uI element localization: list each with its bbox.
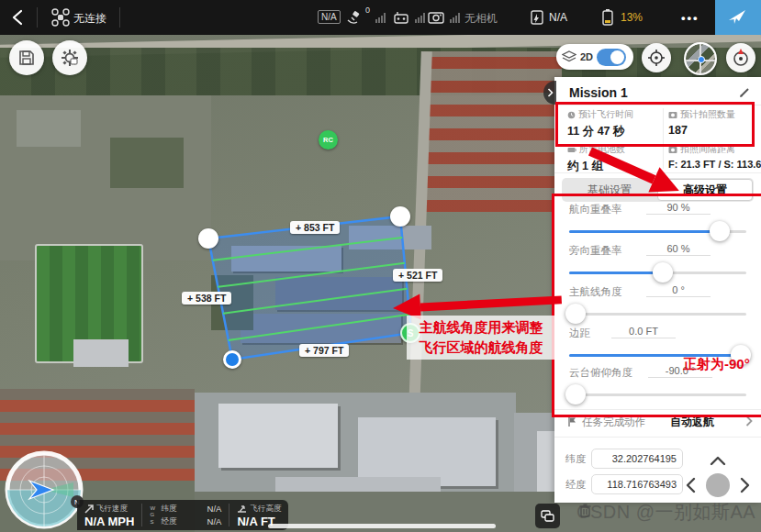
toggle-knob (610, 50, 624, 64)
nudge-right-button[interactable] (740, 476, 751, 494)
slider-row-course-overlap: 航向重叠率 90 % (554, 199, 761, 242)
datum-label: WGS (150, 505, 156, 526)
minimap-preview (686, 44, 715, 73)
rc-location-marker: RC (319, 130, 338, 150)
nudge-up-button[interactable] (709, 455, 727, 466)
course-overlap-slider[interactable] (569, 230, 746, 233)
stat-photo-count: 预计拍照数量 187 (668, 108, 760, 137)
minimap-location-dot (698, 56, 705, 63)
gear-icon (61, 49, 79, 67)
latitude-field[interactable]: 32.202764195 (591, 449, 683, 469)
back-icon[interactable] (11, 9, 24, 26)
mission-complete-action-row[interactable]: 任务完成动作 自动返航 (554, 410, 761, 434)
slider-row-route-angle: 主航线角度 0 ° (554, 282, 761, 325)
save-mission-button[interactable] (9, 40, 44, 75)
mission-planning-screen: + 853 FT + 521 FT + 538 FT + 797 FT S RC… (0, 0, 761, 532)
camera-signal-bars (450, 13, 460, 23)
side-overlap-value[interactable]: 60 % (646, 243, 711, 256)
compass-north-icon (731, 48, 751, 68)
ortho-note: 正射为-90° (683, 356, 750, 373)
edge-length-bottom: + 797 FT (299, 344, 349, 357)
margin-value[interactable]: 0.0 FT (611, 326, 676, 338)
layers-windows-icon (541, 510, 554, 522)
rc-battery-value: N/A (549, 11, 567, 24)
route-angle-value[interactable]: 0 ° (646, 284, 711, 297)
edge-length-left: + 538 FT (182, 292, 231, 305)
chevron-right-icon (547, 88, 554, 97)
more-menu-button[interactable]: ••• (681, 11, 699, 25)
telemetry-coords: WGS 纬度 N/A 经度 N/A (142, 500, 229, 530)
edge-length-right: + 521 FT (393, 269, 442, 282)
vertex-handle-bottom-left[interactable] (223, 350, 241, 369)
nudge-left-button[interactable] (685, 476, 696, 494)
satellite-signal-bars (375, 13, 386, 23)
device-battery-icon (600, 8, 615, 27)
camera-status: 无相机 (464, 11, 498, 27)
side-overlap-slider[interactable] (569, 272, 746, 274)
longitude-label: 经度 (565, 478, 586, 492)
slider-knob[interactable] (710, 221, 730, 241)
map-source-button[interactable] (535, 504, 560, 528)
longitude-field[interactable]: 118.716763493 (591, 474, 683, 494)
chevron-right-icon (745, 416, 753, 427)
slider-knob[interactable] (565, 384, 586, 405)
map-mode-toggle[interactable] (597, 49, 626, 66)
photo-icon (668, 111, 677, 119)
course-overlap-value[interactable]: 90 % (646, 202, 711, 215)
speed-arrow-icon (84, 504, 94, 514)
aircraft-icon (51, 8, 70, 27)
takeoff-button[interactable] (715, 0, 761, 35)
vertex-handle-top-right[interactable] (390, 206, 410, 227)
completion-label: 任务完成动作 (582, 416, 645, 429)
gimbal-pitch-slider[interactable] (569, 393, 746, 396)
remote-controller-icon (393, 10, 409, 25)
home-indicator[interactable] (268, 524, 496, 528)
map-mode-pill: 2D (556, 44, 633, 70)
mission-settings-button[interactable] (52, 40, 87, 75)
compass-reset-button[interactable] (726, 43, 755, 72)
satellite-icon (346, 9, 363, 26)
locate-button[interactable] (642, 43, 671, 72)
trash-icon[interactable] (578, 503, 592, 518)
route-angle-slider[interactable] (569, 313, 746, 316)
mission-title: Mission 1 (569, 85, 628, 100)
tab-advanced-settings[interactable]: 高级设置 (657, 179, 753, 201)
attitude-compass: N (2, 449, 86, 532)
camera-icon (428, 10, 444, 25)
stat-battery: 所需电池数 约 1 组 (567, 143, 659, 174)
tab-basic-settings[interactable]: 基础设置 (562, 179, 657, 201)
slider-row-side-overlap: 旁向重叠率 60 % (554, 240, 761, 283)
link-na-badge: N/A (318, 10, 341, 24)
crosshair-target-icon (647, 49, 666, 67)
battery-pack-icon (567, 146, 576, 154)
telemetry-speed: 飞行速度 N/A MPH (77, 500, 141, 530)
slider-knob[interactable] (653, 262, 673, 283)
latitude-label: 纬度 (565, 452, 586, 466)
completion-value: 自动返航 (670, 415, 714, 430)
route-angle-note: 主航线角度用来调整 飞行区域的航线角度 (407, 316, 555, 360)
satellite-count: 0 (365, 6, 370, 15)
status-bar: 无连接 N/A 0 无相机 N/A (0, 0, 761, 35)
aircraft-battery-icon (529, 8, 545, 27)
altitude-icon (237, 504, 247, 513)
flag-icon (567, 416, 576, 427)
slider-knob[interactable] (565, 304, 586, 324)
minimap-button[interactable] (684, 42, 717, 75)
stat-interval: 拍照间隔距离 F: 21.3 FT / S: 113.6 FT (668, 143, 760, 170)
clock-icon (567, 111, 576, 119)
map-layers-icon (562, 50, 576, 63)
airplane-icon (727, 6, 749, 28)
nudge-center-knob[interactable] (706, 473, 730, 497)
rc-signal-bars (415, 13, 425, 23)
connection-status: 无连接 (73, 11, 106, 27)
mission-panel: Mission 1 预计飞行时间 11 分 47 秒 预计拍照数量 187 所需… (554, 77, 761, 503)
telemetry-bar: 飞行速度 N/A MPH WGS 纬度 N/A 经度 N/A 飞行高度 (77, 500, 288, 530)
device-battery-value: 13% (621, 11, 643, 24)
stat-flight-time: 预计飞行时间 11 分 47 秒 (567, 108, 659, 139)
edge-length-top: + 853 FT (290, 221, 340, 234)
save-icon (18, 50, 35, 66)
vertex-handle-top-left[interactable] (198, 228, 218, 249)
edit-pencil-icon[interactable] (738, 86, 751, 99)
interval-icon (668, 146, 677, 154)
view-mode-label: 2D (580, 51, 593, 62)
